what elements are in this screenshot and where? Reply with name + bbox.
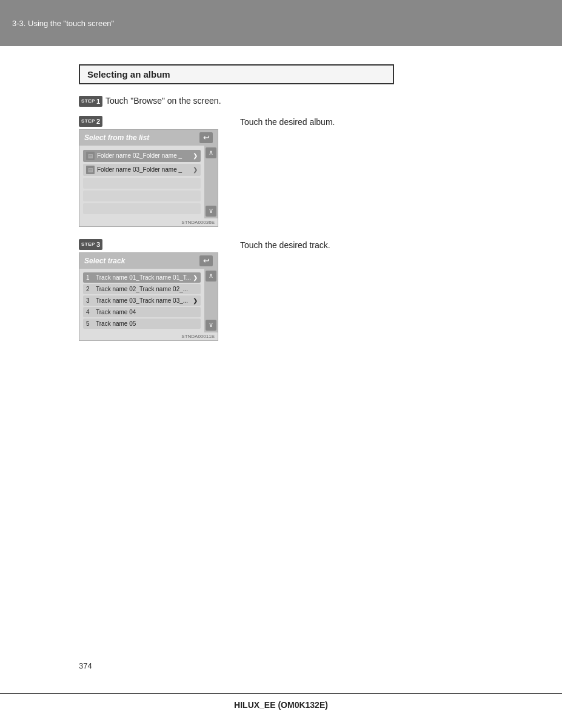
folder-icon: ▤ — [86, 152, 95, 160]
step2-footer-label: STNDA00036E — [79, 218, 218, 226]
item-text: Folder name 03_Folder name _ — [97, 166, 191, 173]
step2-scroll-col: ∧ ∨ — [204, 146, 218, 218]
step3-row: STEP 3 Select track ↩ 1 Track — [79, 239, 489, 341]
track-text: Track name 02_Track name 02_... — [96, 286, 198, 292]
track-text: Track name 04 — [96, 309, 198, 315]
step3-num: 3 — [96, 241, 100, 248]
track-num: 2 — [86, 286, 93, 292]
track-item[interactable]: 1 Track name 01_Track name 01_T... ❯ — [83, 272, 201, 283]
track-arrow-icon: ❯ — [193, 297, 198, 304]
item-text: Folder name 02_Folder name _ — [97, 152, 191, 159]
step1-word: STEP — [81, 98, 95, 104]
step2-screen-title: Select from the list — [84, 133, 149, 142]
main-content: Selecting an album STEP 1 Touch "Browse"… — [0, 64, 562, 341]
header-bar: 3-3. Using the "touch screen" — [0, 0, 562, 46]
track-item[interactable]: 5 Track name 05 — [83, 318, 201, 329]
step3-screen-col: STEP 3 Select track ↩ 1 Track — [79, 239, 229, 341]
track-num: 3 — [86, 297, 93, 304]
arrow-icon: ❯ — [193, 152, 198, 159]
step2-screen-body: ▤ Folder name 02_Folder name _ ❯ ▤ Folde… — [79, 146, 218, 218]
track-item[interactable]: 3 Track name 03_Track name 03_... ❯ — [83, 295, 201, 306]
arrow-icon: ❯ — [193, 166, 198, 173]
track-num: 4 — [86, 309, 93, 315]
step2-screen: Select from the list ↩ ▤ Folder name 02_… — [79, 129, 218, 227]
scroll-up-button[interactable]: ∧ — [206, 147, 216, 158]
step3-scroll-col: ∧ ∨ — [204, 269, 218, 332]
track-item[interactable]: 4 Track name 04 — [83, 307, 201, 317]
step2-side-text: Touch the desired album. — [240, 116, 335, 127]
folder-icon: ▤ — [86, 166, 95, 174]
section-title: Selecting an album — [87, 69, 170, 79]
scroll-down-button[interactable]: ∨ — [206, 320, 216, 331]
step2-screen-col: STEP 2 Select from the list ↩ ▤ — [79, 116, 229, 227]
track-text: Track name 03_Track name 03_... — [96, 297, 191, 304]
scroll-down-button[interactable]: ∨ — [206, 206, 216, 217]
section-title-box: Selecting an album — [79, 64, 394, 84]
empty-row — [83, 203, 201, 214]
footer: HILUX_EE (OM0K132E) — [0, 693, 562, 710]
track-num: 1 — [86, 274, 93, 281]
footer-text: HILUX_EE (OM0K132E) — [234, 700, 328, 710]
empty-row — [83, 178, 201, 189]
step3-back-button[interactable]: ↩ — [199, 255, 213, 266]
step3-badge: STEP 3 — [79, 239, 102, 250]
step3-screen: Select track ↩ 1 Track name 01_Track nam… — [79, 252, 218, 341]
empty-row — [83, 190, 201, 201]
step2-screen-titlebar: Select from the list ↩ — [79, 130, 218, 146]
step3-side-text: Touch the desired track. — [240, 239, 330, 250]
step3-word: STEP — [81, 241, 95, 247]
step3-screen-title: Select track — [84, 257, 125, 265]
track-text: Track name 01_Track name 01_T... — [96, 274, 191, 281]
step2-num: 2 — [96, 118, 100, 125]
step1-num: 1 — [96, 98, 100, 105]
track-text: Track name 05 — [96, 320, 198, 327]
step3-footer-label: STNDA00011E — [79, 332, 218, 340]
step2-list: ▤ Folder name 02_Folder name _ ❯ ▤ Folde… — [79, 146, 204, 218]
scroll-up-button[interactable]: ∧ — [206, 271, 216, 281]
step3-badge-row: STEP 3 — [79, 239, 229, 250]
section-label: 3-3. Using the "touch screen" — [12, 19, 114, 28]
step3-screen-titlebar: Select track ↩ — [79, 253, 218, 269]
page-number: 374 — [79, 661, 92, 670]
list-item[interactable]: ▤ Folder name 02_Folder name _ ❯ — [83, 150, 201, 162]
step2-badge: STEP 2 — [79, 116, 102, 127]
step2-row: STEP 2 Select from the list ↩ ▤ — [79, 116, 489, 227]
track-arrow-icon: ❯ — [193, 274, 198, 281]
step1-row: STEP 1 Touch "Browse" on the screen. — [79, 95, 489, 107]
track-num: 5 — [86, 320, 93, 327]
step3-screen-body: 1 Track name 01_Track name 01_T... ❯ 2 T… — [79, 269, 218, 332]
track-item[interactable]: 2 Track name 02_Track name 02_... — [83, 284, 201, 294]
step1-text: Touch "Browse" on the screen. — [105, 95, 221, 107]
step2-badge-row: STEP 2 — [79, 116, 229, 127]
step3-tracklist: 1 Track name 01_Track name 01_T... ❯ 2 T… — [79, 269, 204, 332]
step2-word: STEP — [81, 118, 95, 124]
list-item[interactable]: ▤ Folder name 03_Folder name _ ❯ — [83, 164, 201, 176]
step2-back-button[interactable]: ↩ — [199, 132, 213, 143]
step1-badge: STEP 1 — [79, 96, 102, 107]
